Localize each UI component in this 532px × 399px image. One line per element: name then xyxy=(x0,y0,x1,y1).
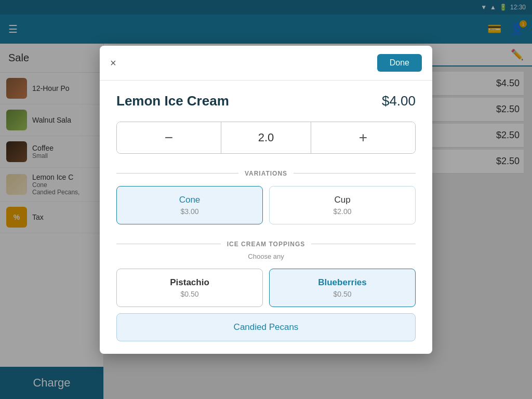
toppings-grid: Pistachio $0.50 Blueberries $0.50 xyxy=(116,269,416,307)
modal-header: × Done xyxy=(100,46,432,81)
modal-product-title: Lemon Ice Cream xyxy=(116,93,229,109)
quantity-decrease-button[interactable]: − xyxy=(117,122,221,153)
topping-blueberries-name: Blueberries xyxy=(278,277,407,288)
quantity-increase-button[interactable]: + xyxy=(311,122,415,153)
toppings-section-label: ICE CREAM TOPPINGS xyxy=(116,239,416,248)
variations-grid: Cone $3.00 Cup $2.00 xyxy=(116,186,416,224)
variation-cone[interactable]: Cone $3.00 xyxy=(116,186,263,224)
variation-cone-price: $3.00 xyxy=(125,207,254,216)
topping-pistachio-price: $0.50 xyxy=(125,290,254,298)
topping-pistachio-name: Pistachio xyxy=(125,277,254,288)
variations-section-label: VARIATIONS xyxy=(116,168,416,178)
modal-product-price: $4.00 xyxy=(382,93,416,109)
variation-cup-price: $2.00 xyxy=(278,207,407,216)
topping-candied-pecans-name: Candied Pecans xyxy=(127,322,405,332)
variation-cup[interactable]: Cup $2.00 xyxy=(269,186,416,224)
toppings-label-text: ICE CREAM TOPPINGS xyxy=(221,241,311,248)
topping-blueberries[interactable]: Blueberries $0.50 xyxy=(269,269,416,307)
quantity-value: 2.0 xyxy=(221,122,311,153)
topping-pistachio[interactable]: Pistachio $0.50 xyxy=(116,269,263,307)
modal-title-row: Lemon Ice Cream $4.00 xyxy=(116,93,416,109)
modal-overlay: × Done Lemon Ice Cream $4.00 − 2.0 + VAR… xyxy=(0,0,532,399)
modal-body: Lemon Ice Cream $4.00 − 2.0 + VARIATIONS… xyxy=(100,81,432,354)
quantity-stepper: − 2.0 + xyxy=(116,122,416,154)
toppings-sub-label: Choose any xyxy=(116,252,416,260)
modal-done-button[interactable]: Done xyxy=(377,54,422,72)
topping-blueberries-price: $0.50 xyxy=(278,290,407,298)
variation-cup-name: Cup xyxy=(278,195,407,205)
variation-cone-name: Cone xyxy=(125,195,254,205)
modal-dialog: × Done Lemon Ice Cream $4.00 − 2.0 + VAR… xyxy=(100,46,432,354)
modal-close-button[interactable]: × xyxy=(110,58,116,68)
topping-candied-pecans[interactable]: Candied Pecans xyxy=(116,313,416,341)
variations-label-text: VARIATIONS xyxy=(238,170,294,177)
